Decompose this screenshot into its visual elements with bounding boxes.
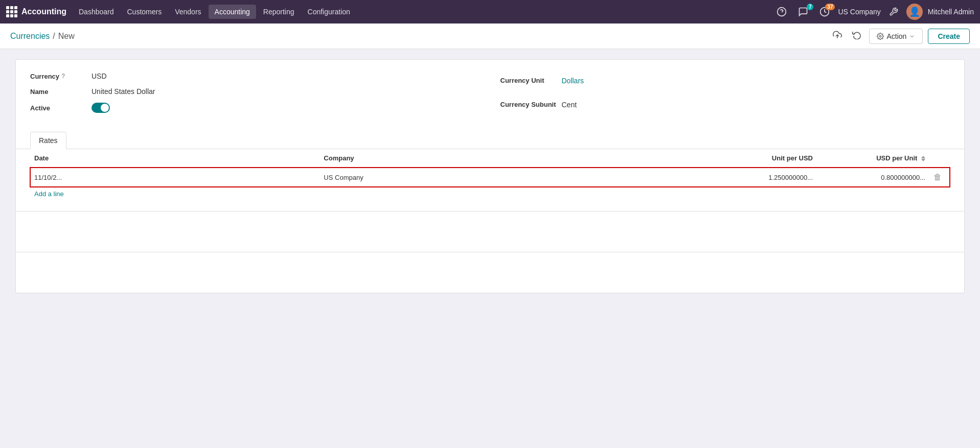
company-label: US Company [838, 8, 880, 16]
currency-unit-label: Currency Unit [500, 77, 562, 84]
cell-company: US Company [320, 168, 704, 187]
add-line-button[interactable]: Add a line [30, 187, 68, 201]
form-row-1: Currency ? USD Name United States Dollar… [30, 72, 950, 113]
currency-unit-field: Currency Unit Dollars [500, 72, 950, 89]
form-card: Currency ? USD Name United States Dollar… [15, 59, 965, 293]
activity-button[interactable]: 37 [816, 5, 833, 19]
messages-button[interactable]: 7 [795, 5, 811, 19]
name-label: Name [30, 88, 92, 96]
messages-badge: 7 [807, 4, 814, 10]
col-usd-per-unit: USD per Unit [817, 149, 929, 168]
support-button[interactable] [773, 5, 790, 19]
cloud-save-button[interactable] [830, 28, 845, 44]
currency-field: Currency ? USD [30, 72, 480, 80]
table-header-row: Date Company Unit per USD USD per Unit [30, 149, 950, 168]
delete-icon[interactable]: 🗑 [933, 173, 942, 181]
currency-subunit-label: Currency Subunit [500, 101, 562, 108]
nav-dashboard[interactable]: Dashboard [73, 5, 120, 19]
col-actions [929, 149, 950, 168]
cell-delete[interactable]: 🗑 [929, 168, 950, 187]
currency-label: Currency ? [30, 73, 92, 80]
currency-value[interactable]: USD [92, 72, 107, 80]
nav-configuration[interactable]: Configuration [302, 5, 356, 19]
cell-usd-per-unit: 0.800000000... [817, 168, 929, 187]
breadcrumb-parent[interactable]: Currencies [10, 32, 50, 41]
avatar[interactable]: 👤 [906, 4, 923, 20]
nav-reporting[interactable]: Reporting [257, 5, 301, 19]
currency-unit-value[interactable]: Dollars [562, 77, 584, 85]
currency-help-icon[interactable]: ? [61, 73, 65, 80]
app-brand[interactable]: Accounting [6, 6, 66, 17]
cell-unit-per-usd: 1.250000000... [704, 168, 817, 187]
rates-table-wrapper: Date Company Unit per USD USD per Unit [16, 149, 964, 211]
rates-table: Date Company Unit per USD USD per Unit [30, 149, 950, 187]
sort-icon[interactable] [921, 156, 925, 161]
breadcrumb-current: New [58, 32, 75, 41]
name-value[interactable]: United States Dollar [92, 87, 155, 96]
breadcrumb-separator: / [53, 32, 55, 41]
tabs-bar: Rates [16, 131, 964, 149]
nav-customers[interactable]: Customers [121, 5, 168, 19]
nav-vendors[interactable]: Vendors [169, 5, 207, 19]
action-dropdown[interactable]: Action [869, 29, 923, 44]
nav-accounting[interactable]: Accounting [209, 5, 256, 19]
activity-badge: 37 [825, 4, 835, 10]
user-name: Mitchell Admin [928, 8, 974, 16]
main-content: Currency ? USD Name United States Dollar… [0, 49, 980, 303]
create-button[interactable]: Create [928, 29, 970, 44]
col-unit-per-usd: Unit per USD [704, 149, 817, 168]
table-row[interactable]: 11/10/2... US Company 1.250000000... 0.8… [30, 168, 950, 187]
active-toggle[interactable] [92, 103, 110, 113]
form-body: Currency ? USD Name United States Dollar… [16, 60, 964, 131]
name-field: Name United States Dollar [30, 87, 480, 96]
top-navigation: Accounting Dashboard Customers Vendors A… [0, 0, 980, 23]
cell-date: 11/10/2... [30, 168, 320, 187]
section-spacer-1 [16, 211, 964, 252]
app-name: Accounting [21, 7, 66, 16]
apps-icon[interactable] [6, 6, 17, 17]
currency-subunit-value[interactable]: Cent [562, 101, 577, 109]
main-menu: Dashboard Customers Vendors Accounting R… [73, 5, 771, 19]
section-spacer-2 [16, 252, 964, 293]
col-company: Company [320, 149, 704, 168]
refresh-button[interactable] [850, 28, 864, 44]
tab-rates[interactable]: Rates [30, 132, 66, 149]
action-label: Action [886, 32, 906, 40]
subheader: Currencies / New Action Create [0, 23, 980, 49]
col-date: Date [30, 149, 320, 168]
breadcrumb: Currencies / New [10, 32, 824, 41]
svg-point-4 [880, 35, 882, 37]
active-label: Active [30, 104, 92, 112]
topnav-right: 7 37 US Company 👤 Mitchell Admin [773, 4, 974, 20]
subheader-actions: Action Create [830, 28, 970, 44]
active-field: Active [30, 103, 480, 113]
currency-subunit-field: Currency Subunit Cent [500, 96, 950, 113]
wrench-icon[interactable] [886, 5, 901, 18]
